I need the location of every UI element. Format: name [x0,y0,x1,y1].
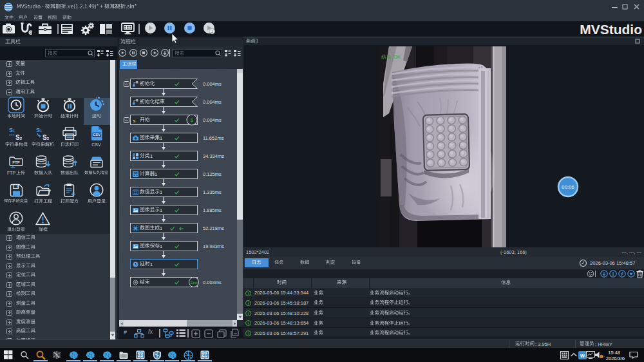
svg-text:End: End [191,281,198,285]
svg-text:00:06: 00:06 [562,184,575,190]
svg-text:FTP: FTP [12,160,19,164]
svg-text:S2: S2 [15,133,23,140]
svg-text:CSV: CSV [93,133,100,137]
svg-text:S1: S1 [36,127,42,133]
svg-text:s: s [133,118,136,124]
svg-text:W: W [580,352,585,358]
svg-text:12: 12 [134,191,138,195]
svg-text:1: 1 [211,29,214,33]
svg-text:S2: S2 [43,133,50,140]
svg-text:$: $ [191,117,194,123]
svg-text:S1: S1 [9,127,15,133]
